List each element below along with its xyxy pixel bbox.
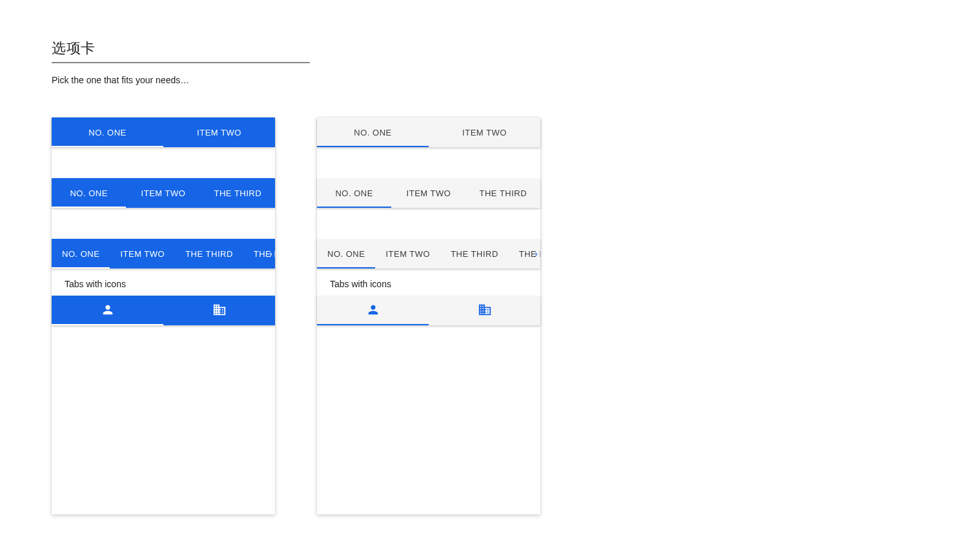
- tab-the-third[interactable]: THE THIRD: [440, 239, 509, 268]
- tab-no-one[interactable]: NO. ONE: [317, 178, 391, 208]
- tab-the-third[interactable]: THE THIRD: [466, 178, 540, 208]
- tab-item-two[interactable]: ITEM TWO: [429, 117, 540, 147]
- spacer: [317, 147, 540, 178]
- light-tabs-2: NO. ONE ITEM TWO: [317, 117, 540, 147]
- page-title: 选项卡: [52, 39, 310, 63]
- light-icon-tabs: [317, 296, 540, 325]
- tab-domain[interactable]: [163, 296, 275, 325]
- tab-item-two[interactable]: ITEM TWO: [391, 178, 465, 208]
- tab-the-third[interactable]: THE THIRD: [175, 239, 243, 268]
- primary-tabs-2: NO. ONE ITEM TWO: [52, 117, 275, 147]
- tab-no-one[interactable]: NO. ONE: [52, 117, 163, 147]
- page-intro: Pick the one that fits your needs…: [52, 75, 928, 85]
- tab-item-two[interactable]: ITEM TWO: [126, 178, 200, 208]
- tab-the-fourth[interactable]: THE F: [243, 239, 275, 268]
- tab-domain[interactable]: [429, 296, 540, 325]
- tab-person[interactable]: [52, 296, 163, 325]
- light-tabs-card: NO. ONE ITEM TWO NO. ONE ITEM TWO THE TH…: [317, 117, 540, 514]
- person-icon: [366, 303, 380, 319]
- spacer: [317, 208, 540, 239]
- tab-the-third[interactable]: THE THIRD: [201, 178, 275, 208]
- person-icon: [101, 303, 115, 319]
- tab-no-one[interactable]: NO. ONE: [317, 117, 429, 147]
- spacer: [52, 208, 275, 239]
- icons-section-label: Tabs with icons: [52, 268, 275, 296]
- tab-item-two[interactable]: ITEM TWO: [375, 239, 440, 268]
- light-tabs-3: NO. ONE ITEM TWO THE THIRD: [317, 178, 540, 208]
- light-tabs-4-scroll: NO. ONE ITEM TWO THE THIRD THE F ›: [317, 239, 540, 268]
- primary-tabs-card: NO. ONE ITEM TWO NO. ONE ITEM TWO THE TH…: [52, 117, 275, 514]
- tab-the-fourth[interactable]: THE F: [509, 239, 540, 268]
- primary-tabs-3: NO. ONE ITEM TWO THE THIRD: [52, 178, 275, 208]
- tab-item-two[interactable]: ITEM TWO: [163, 117, 275, 147]
- domain-icon: [478, 303, 492, 319]
- icons-section-label: Tabs with icons: [317, 268, 540, 296]
- domain-icon: [212, 303, 227, 319]
- tab-person[interactable]: [317, 296, 429, 325]
- tab-item-two[interactable]: ITEM TWO: [110, 239, 175, 268]
- primary-tabs-4-scroll: NO. ONE ITEM TWO THE THIRD THE F ›: [52, 239, 275, 268]
- spacer: [52, 147, 275, 178]
- tab-no-one[interactable]: NO. ONE: [317, 239, 375, 268]
- tab-no-one[interactable]: NO. ONE: [52, 178, 126, 208]
- primary-icon-tabs: [52, 296, 275, 325]
- tab-no-one[interactable]: NO. ONE: [52, 239, 110, 268]
